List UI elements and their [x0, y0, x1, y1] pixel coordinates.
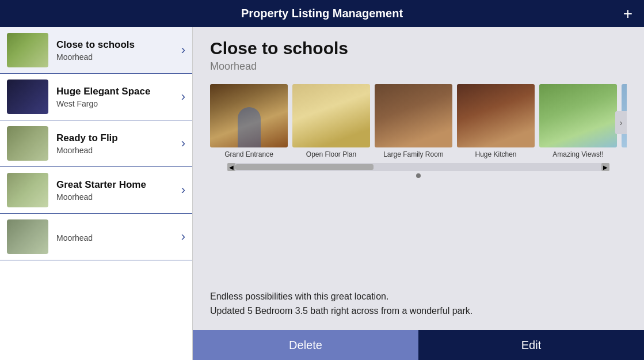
detail-subtitle: Moorhead — [210, 60, 627, 73]
photos-strip[interactable]: Grand EntranceOpen Floor PlanLarge Famil… — [210, 84, 627, 161]
sidebar-item-ready-to-flip[interactable]: Ready to FlipMoorhead› — [0, 120, 192, 167]
detail-header: Close to schools Moorhead — [193, 27, 644, 78]
photo-item-amazing-views[interactable]: Amazing Views!! — [539, 84, 617, 158]
photo-box-grand-entrance — [210, 84, 288, 147]
photos-scrollbar[interactable]: ◀ ▶ — [227, 163, 609, 171]
sidebar-title-great-starter-home: Great Starter Home — [56, 179, 177, 191]
sidebar-subtitle-huge-elegant-space: West Fargo — [56, 99, 177, 108]
sidebar-item-huge-elegant-space[interactable]: Huge Elegant SpaceWest Fargo› — [0, 74, 192, 120]
photo-label-open-floor-plan: Open Floor Plan — [306, 150, 356, 158]
property-detail-panel: Close to schools Moorhead Grand Entrance… — [193, 27, 644, 360]
photo-item-grand-entrance[interactable]: Grand Entrance — [210, 84, 288, 158]
detail-title: Close to schools — [210, 39, 627, 58]
sidebar-subtitle-close-to-schools: Moorhead — [56, 52, 177, 62]
photo-item-large-family-room[interactable]: Large Family Room — [375, 84, 452, 158]
photo-label-amazing-views: Amazing Views!! — [552, 150, 603, 158]
photos-scroll-right-arrow[interactable]: › — [615, 111, 627, 134]
sidebar-thumb-moorhead-unnamed — [7, 219, 48, 254]
sidebar-thumb-close-to-schools — [7, 33, 48, 67]
photo-box-large-family-room — [375, 84, 452, 147]
photo-item-open-floor-plan[interactable]: Open Floor Plan — [292, 84, 370, 158]
photo-box-open-floor-plan — [292, 84, 370, 147]
sidebar-chevron-moorhead-unnamed: › — [181, 229, 185, 244]
sidebar-thumb-huge-elegant-space — [7, 79, 48, 114]
photo-label-grand-entrance: Grand Entrance — [224, 150, 273, 158]
edit-button[interactable]: Edit — [418, 330, 644, 360]
scroll-left-arrow[interactable]: ◀ — [227, 163, 235, 171]
scroll-position-dot — [416, 173, 421, 178]
sidebar-title-huge-elegant-space: Huge Elegant Space — [56, 86, 177, 97]
action-bar: Delete Edit — [193, 330, 644, 360]
photo-item-huge-kitchen[interactable]: Huge Kitchen — [457, 84, 535, 158]
sidebar-item-close-to-schools[interactable]: Close to schoolsMoorhead› — [0, 27, 192, 74]
app-title: Property Listing Management — [241, 7, 403, 20]
scroll-right-arrow[interactable]: ▶ — [601, 163, 609, 171]
photo-label-large-family-room: Large Family Room — [383, 150, 444, 158]
scrollbar-thumb[interactable] — [235, 164, 374, 170]
description-line1: Endless possibilities with this great lo… — [210, 289, 627, 304]
sidebar-chevron-ready-to-flip: › — [181, 136, 185, 151]
photo-label-huge-kitchen: Huge Kitchen — [475, 150, 516, 158]
sidebar-chevron-great-starter-home: › — [181, 183, 185, 198]
sidebar-subtitle-ready-to-flip: Moorhead — [56, 146, 177, 155]
property-description: Endless possibilities with this great lo… — [193, 283, 644, 330]
sidebar-item-moorhead-unnamed[interactable]: Moorhead› — [0, 214, 192, 260]
sidebar-title-ready-to-flip: Ready to Flip — [56, 132, 177, 144]
sidebar-thumb-ready-to-flip — [7, 126, 48, 161]
sidebar-title-close-to-schools: Close to schools — [56, 39, 177, 51]
sidebar-subtitle-moorhead-unnamed: Moorhead — [56, 233, 177, 242]
sidebar-subtitle-great-starter-home: Moorhead — [56, 192, 177, 202]
main-content: Close to schoolsMoorhead›Huge Elegant Sp… — [0, 27, 644, 360]
sidebar-item-great-starter-home[interactable]: Great Starter HomeMoorhead› — [0, 167, 192, 214]
property-list-sidebar: Close to schoolsMoorhead›Huge Elegant Sp… — [0, 27, 193, 360]
sidebar-thumb-great-starter-home — [7, 173, 48, 207]
sidebar-chevron-close-to-schools: › — [181, 43, 185, 58]
photos-section: Grand EntranceOpen Floor PlanLarge Famil… — [193, 78, 644, 283]
add-listing-button[interactable]: + — [623, 5, 632, 23]
app-header: Property Listing Management + — [0, 0, 644, 27]
sidebar-chevron-huge-elegant-space: › — [181, 89, 185, 104]
delete-button[interactable]: Delete — [193, 330, 418, 360]
description-line2: Updated 5 Bedroom 3.5 bath right across … — [210, 304, 627, 319]
photo-box-amazing-views — [539, 84, 617, 147]
photo-box-huge-kitchen — [457, 84, 535, 147]
